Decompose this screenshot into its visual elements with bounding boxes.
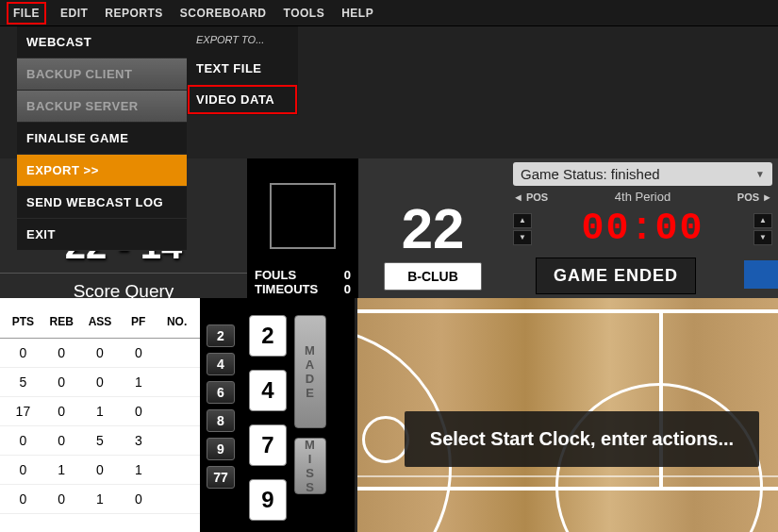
miss-button[interactable]: MISS <box>294 438 326 494</box>
table-row[interactable]: 0053 <box>0 426 200 456</box>
jersey-4[interactable]: 4 <box>207 353 235 375</box>
points-9[interactable]: 9 <box>249 479 287 521</box>
export-submenu-header: EXPORT TO... <box>187 26 298 53</box>
court-diagram[interactable]: Select Start Clock, enter actions... <box>355 298 778 532</box>
table-row[interactable]: 5001 <box>0 368 200 397</box>
export-video-data[interactable]: VIDEO DATA <box>187 84 298 115</box>
court-instruction: Select Start Clock, enter actions... <box>405 411 759 467</box>
player-stats-table: PTS REB ASS PF NO. 000050011701000530101… <box>0 298 200 532</box>
points-4[interactable]: 4 <box>249 370 287 411</box>
file-menu-webcast[interactable]: WEBCAST <box>17 26 187 58</box>
clock-panel: Game Status: finished ▼ ◄ POS 4th Period… <box>507 158 778 298</box>
file-menu-send-webcast-log[interactable]: SEND WEBCAST LOG <box>17 187 187 219</box>
game-ended-button[interactable]: GAME ENDED <box>536 258 696 294</box>
chevron-down-icon: ▼ <box>755 169 765 179</box>
menu-scoreboard[interactable]: SCOREBOARD <box>180 7 267 20</box>
possession-left[interactable]: ◄ POS <box>513 191 548 203</box>
middle-panel: FOULS0 TIMEOUTS0 <box>247 158 358 298</box>
col-pts: PTS <box>4 315 42 328</box>
fouls-value: 0 <box>344 268 351 282</box>
period-label: 4th Period <box>552 190 734 204</box>
menu-tools[interactable]: TOOLS <box>284 7 325 20</box>
clock-minute-spinner: ▲ ▼ <box>513 213 532 245</box>
minute-up[interactable]: ▲ <box>513 213 532 228</box>
file-dropdown: WEBCAST BACKUP CLIENT BACKUP SERVER FINA… <box>17 26 187 251</box>
second-up[interactable]: ▲ <box>753 213 772 228</box>
second-down[interactable]: ▼ <box>753 230 772 245</box>
blue-action-button[interactable] <box>744 260 778 289</box>
jersey-number-column: 2468977 <box>200 298 241 532</box>
menu-help[interactable]: HELP <box>341 7 373 20</box>
table-row[interactable]: 17010 <box>0 397 200 426</box>
game-clock: 00:00 <box>536 208 750 250</box>
points-2[interactable]: 2 <box>249 315 287 357</box>
menu-edit[interactable]: EDIT <box>60 7 88 20</box>
file-menu-finalise[interactable]: FINALISE GAME <box>17 123 187 155</box>
possession-right[interactable]: POS ► <box>737 191 772 203</box>
file-menu-backup-server[interactable]: BACKUP SERVER <box>17 91 187 123</box>
table-row[interactable]: 0000 <box>0 339 200 368</box>
fouls-label: FOULS <box>255 268 296 282</box>
jersey-2[interactable]: 2 <box>207 324 235 347</box>
made-button[interactable]: MADE <box>294 315 326 428</box>
bottom-area: PTS REB ASS PF NO. 000050011701000530101… <box>0 298 778 532</box>
col-ass: ASS <box>81 315 120 328</box>
clock-second-spinner: ▲ ▼ <box>753 213 772 245</box>
menu-reports[interactable]: REPORTS <box>105 7 163 20</box>
team-logo-placeholder <box>270 183 336 249</box>
table-row[interactable]: 0101 <box>0 456 200 485</box>
jersey-8[interactable]: 8 <box>207 409 235 432</box>
minute-down[interactable]: ▼ <box>513 230 532 245</box>
team-button[interactable]: B-CLUB <box>384 262 482 291</box>
table-row[interactable]: 0010 <box>0 485 200 514</box>
center-score-panel: 22 B-CLUB <box>358 158 507 298</box>
col-pf: PF <box>119 315 157 328</box>
points-7[interactable]: 7 <box>249 424 287 466</box>
game-status-label: Game Status: finished <box>521 166 660 182</box>
menubar: FILE EDIT REPORTS SCOREBOARD TOOLS HELP <box>0 0 778 26</box>
file-menu-backup-client[interactable]: BACKUP CLIENT <box>17 58 187 91</box>
action-column: 2479 MADE MISS <box>241 298 355 532</box>
jersey-9[interactable]: 9 <box>207 438 235 460</box>
timeouts-label: TIMEOUTS <box>255 282 318 296</box>
export-submenu: EXPORT TO... TEXT FILE VIDEO DATA <box>187 26 298 115</box>
file-menu-export[interactable]: EXPORT >> <box>17 155 187 187</box>
col-no: NO. <box>157 315 196 328</box>
game-status-dropdown[interactable]: Game Status: finished ▼ <box>513 162 772 186</box>
stats-header: PTS REB ASS PF NO. <box>0 298 200 339</box>
col-reb: REB <box>42 315 81 328</box>
timeouts-value: 0 <box>344 282 351 296</box>
jersey-77[interactable]: 77 <box>207 466 235 489</box>
menu-file[interactable]: FILE <box>9 5 43 22</box>
team-score: 22 <box>402 196 465 261</box>
file-menu-exit[interactable]: EXIT <box>17 219 187 251</box>
export-text-file[interactable]: TEXT FILE <box>187 53 298 84</box>
jersey-6[interactable]: 6 <box>207 381 235 404</box>
